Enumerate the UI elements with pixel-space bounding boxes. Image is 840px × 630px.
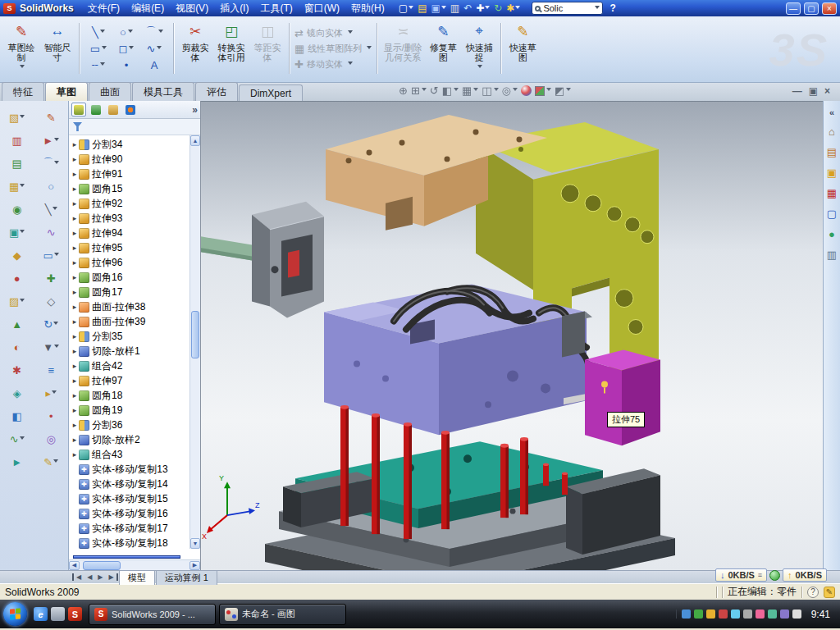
left-tool-button[interactable]: • [49, 404, 53, 427]
line-tool-icon[interactable]: ╲ [92, 24, 105, 40]
appearances-icon[interactable]: ● [829, 229, 835, 240]
left-tool-button[interactable]: ▦ [9, 175, 25, 198]
left-tool-button[interactable]: ▼ [43, 336, 59, 358]
display-delete-relations-button[interactable]: ≍ 显示/删除几何关系 [381, 18, 425, 79]
dropdown-arrow-icon[interactable] [128, 30, 133, 35]
minimize-button[interactable]: — [786, 2, 801, 15]
solidworks-launcher-icon[interactable]: S [68, 607, 82, 621]
command-tab[interactable]: 草图 [45, 82, 88, 101]
dropdown-arrow-icon[interactable] [20, 115, 25, 121]
expand-arrow-icon[interactable]: ▸ [71, 244, 79, 252]
tray-icon[interactable] [743, 609, 752, 619]
expand-arrow-icon[interactable]: ▸ [71, 273, 79, 281]
left-tool-button[interactable]: ∿ [10, 427, 25, 450]
left-tool-button[interactable]: ≡ [48, 358, 54, 381]
graphics-area[interactable]: Y X Z 拉伸75 [201, 101, 823, 570]
left-tool-button[interactable]: ▥ [12, 129, 22, 152]
tray-icon[interactable] [682, 609, 691, 619]
step-forward-button[interactable]: ▶ [95, 573, 105, 581]
left-tool-button[interactable]: ✎ [43, 450, 58, 473]
left-tool-button[interactable]: ◎ [47, 427, 56, 450]
open-icon[interactable]: ▤ [416, 2, 428, 15]
expand-arrow-icon[interactable]: ▸ [71, 303, 79, 311]
dropdown-arrow-icon[interactable] [53, 322, 58, 327]
tree-item[interactable]: ▸ 切除-放样1 [71, 344, 189, 358]
expand-arrow-icon[interactable]: ▸ [71, 347, 79, 355]
expand-arrow-icon[interactable]: ▸ [71, 332, 79, 340]
dropdown-arrow-icon[interactable] [100, 30, 105, 35]
tree-item[interactable]: ▸ 圆角16 [71, 270, 189, 285]
dropdown-arrow-icon[interactable] [54, 253, 59, 258]
arc-tool-icon[interactable]: ⌒ [146, 24, 163, 40]
left-tool-button[interactable]: ◈ [13, 381, 21, 404]
text-tool-icon[interactable]: A [151, 57, 158, 73]
tree-vertical-scrollbar[interactable]: ▲ ▼ [189, 135, 200, 549]
menu-item[interactable]: 帮助(H) [345, 0, 390, 17]
dropdown-arrow-icon[interactable] [20, 184, 25, 189]
tree-item[interactable]: ▸ 曲面-拉伸39 [71, 314, 189, 329]
linear-sketch-pattern-button[interactable]: ▦ 线性草图阵列 [294, 43, 372, 55]
dropdown-arrow-icon[interactable] [129, 46, 134, 52]
tree-item[interactable]: ▸ 圆角19 [71, 403, 189, 418]
tree-item[interactable]: ▸ 切除-放样2 [71, 432, 189, 447]
tray-icon[interactable] [756, 609, 765, 619]
step-back-button[interactable]: ◀ [84, 573, 94, 581]
tree-item[interactable]: ▸ 分割35 [71, 329, 189, 344]
tree-item[interactable]: ▸ 分割36 [71, 418, 189, 432]
left-tool-button[interactable]: ○ [48, 175, 54, 198]
move-entities-button[interactable]: ✚ 移动实体 [294, 58, 372, 71]
dropdown-arrow-icon[interactable] [20, 230, 25, 235]
command-tab[interactable]: DimXpert [239, 84, 303, 101]
rapid-sketch-button[interactable]: ✎ 快速草图 [504, 18, 541, 79]
left-tool-button[interactable]: ◉ [12, 198, 21, 221]
left-tool-button[interactable]: ↻ [43, 313, 58, 336]
tree-item[interactable]: 实体-移动/复制16 [71, 506, 189, 521]
zoom-fit-icon[interactable]: ⊕ [399, 84, 408, 97]
apply-scene-icon[interactable] [535, 86, 551, 96]
expand-arrow-icon[interactable]: ▸ [71, 421, 79, 429]
slot-tool-icon[interactable]: ◻ [119, 40, 135, 57]
dropdown-arrow-icon[interactable] [485, 6, 490, 11]
tray-icon[interactable] [706, 609, 715, 619]
tree-item[interactable]: 实体-移动/复制14 [71, 477, 189, 491]
section-view-icon[interactable]: ◧ [442, 84, 459, 97]
expand-arrow-icon[interactable]: ▸ [71, 450, 79, 459]
tree-item[interactable]: ▸ 拉伸94 [71, 226, 189, 240]
expand-arrow-icon[interactable]: ▸ [71, 170, 79, 178]
expand-arrow-icon[interactable]: ▸ [71, 317, 79, 326]
tree-item[interactable]: 实体-移动/复制15 [71, 491, 189, 506]
scroll-left-button[interactable]: ◀ [69, 561, 80, 570]
left-tool-button[interactable]: ✱ [12, 358, 21, 381]
dropdown-arrow-icon[interactable] [54, 138, 59, 144]
tray-icon[interactable] [694, 609, 703, 619]
maximize-button[interactable]: ▢ [804, 2, 819, 15]
point-tool-icon[interactable]: • [125, 57, 129, 73]
menu-item[interactable]: 视图(V) [170, 0, 214, 17]
expand-arrow-icon[interactable]: ▸ [71, 391, 79, 399]
dropdown-arrow-icon[interactable] [441, 6, 446, 11]
expand-arrow-icon[interactable]: ▸ [71, 185, 79, 193]
expand-arrow-icon[interactable]: ▸ [71, 155, 79, 163]
scroll-right-button[interactable]: ▶ [189, 561, 200, 570]
dropdown-arrow-icon[interactable] [158, 30, 163, 35]
internet-explorer-icon[interactable]: e [34, 607, 48, 621]
dropdown-arrow-icon[interactable] [513, 88, 518, 94]
mirror-entities-button[interactable]: ⇄ 镜向实体 [294, 27, 372, 39]
expand-arrow-icon[interactable]: ▸ [71, 436, 79, 444]
left-tool-button[interactable]: ► [43, 129, 59, 152]
tree-horizontal-scrollbar[interactable]: ◀ ▶ [69, 559, 200, 570]
design-library-icon[interactable]: ▤ [827, 147, 837, 158]
tray-icon[interactable] [731, 609, 740, 619]
tree-item[interactable]: 实体-移动/复制18 [71, 536, 189, 550]
spline-tool-icon[interactable]: ∿ [147, 40, 162, 57]
menu-lines-icon[interactable]: ≡ [758, 571, 762, 579]
monitor-status-icon[interactable] [769, 570, 780, 581]
dropdown-arrow-icon[interactable] [473, 88, 478, 94]
tree-item[interactable]: ▸ 组合42 [71, 358, 189, 373]
dropdown-arrow-icon[interactable] [20, 65, 25, 71]
left-tool-button[interactable]: ▨ [9, 290, 25, 313]
dropdown-arrow-icon[interactable] [422, 88, 427, 94]
rebuild-icon[interactable]: ↻ [492, 2, 504, 15]
select-icon[interactable]: ✚ [474, 2, 491, 15]
search-dropdown-icon[interactable] [595, 6, 600, 11]
